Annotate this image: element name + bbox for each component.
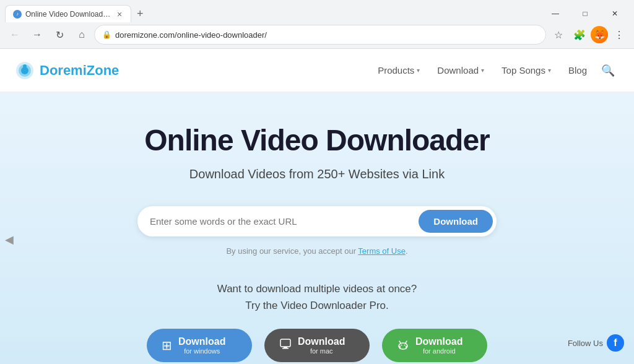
bookmark-button[interactable]: ☆ — [549, 25, 568, 45]
download-android-button[interactable]: Download for android — [382, 329, 487, 362]
logo-icon — [15, 61, 35, 80]
tab-favicon — [13, 10, 22, 19]
site-nav: DoremiZone Products ▾ Download ▾ Top Son… — [0, 49, 634, 92]
facebook-icon[interactable]: f — [607, 334, 624, 352]
minimize-button[interactable]: — — [541, 5, 570, 22]
tab-close-button[interactable]: × — [116, 9, 123, 20]
nav-download[interactable]: Download ▾ — [430, 60, 492, 80]
cta-text: Want to download multiple videos at once… — [12, 280, 622, 314]
windows-btn-text: Download for windows — [178, 336, 225, 355]
nav-links: Products ▾ Download ▾ Top Songs ▾ Blog 🔍 — [370, 59, 619, 82]
terms-text: By using our service, you accept our Ter… — [12, 246, 622, 256]
svg-point-3 — [23, 64, 27, 68]
svg-point-11 — [404, 344, 406, 345]
new-tab-button[interactable]: + — [131, 5, 149, 22]
url-search-input[interactable] — [150, 216, 419, 227]
hero-section: ◀ Online Video Downloader Download Video… — [0, 92, 634, 364]
url-download-button[interactable]: Download — [419, 210, 493, 233]
search-button[interactable]: 🔍 — [597, 59, 619, 82]
svg-rect-6 — [282, 348, 289, 349]
hero-subtitle: Download Videos from 250+ Websites via L… — [12, 167, 622, 181]
mac-icon — [279, 338, 292, 353]
home-button[interactable]: ⌂ — [72, 25, 92, 45]
download-mac-button[interactable]: Download for mac — [264, 329, 370, 362]
profile-button[interactable]: 🦊 — [591, 26, 608, 43]
reload-button[interactable]: ↻ — [50, 25, 69, 45]
download-windows-button[interactable]: ⊞ Download for windows — [147, 329, 252, 362]
lock-icon: 🔒 — [102, 30, 111, 39]
android-icon — [397, 338, 409, 353]
android-btn-text: Download for android — [415, 336, 462, 355]
follow-label: Follow Us — [568, 339, 603, 348]
title-bar: Online Video Downloader 🏆 Do... × + — □ … — [0, 0, 634, 22]
windows-icon: ⊞ — [162, 338, 172, 353]
side-arrow-icon[interactable]: ◀ — [5, 233, 14, 246]
nav-top-songs[interactable]: Top Songs ▾ — [494, 60, 558, 80]
logo-text: DoremiZone — [40, 63, 119, 79]
mac-btn-text: Download for mac — [298, 336, 345, 355]
nav-blog[interactable]: Blog — [561, 60, 594, 80]
maximize-button[interactable]: □ — [571, 5, 599, 22]
tab-title: Online Video Downloader 🏆 Do... — [25, 10, 112, 19]
nav-products[interactable]: Products ▾ — [370, 60, 427, 80]
chevron-down-icon: ▾ — [417, 67, 420, 74]
extensions-button[interactable]: 🧩 — [570, 25, 589, 45]
chevron-down-icon: ▾ — [481, 67, 484, 74]
svg-line-13 — [406, 341, 407, 343]
download-buttons: ⊞ Download for windows Download for mac — [12, 329, 622, 362]
logo[interactable]: DoremiZone — [15, 61, 119, 80]
svg-rect-5 — [284, 347, 287, 348]
browser-nav: ← → ↻ ⌂ 🔒 ☆ 🧩 🦊 ⋮ — [0, 22, 634, 48]
url-input[interactable] — [115, 30, 538, 40]
follow-us: Follow Us f — [568, 334, 624, 352]
window-controls: — □ ✕ — [541, 5, 629, 22]
website-content: DoremiZone Products ▾ Download ▾ Top Son… — [0, 49, 634, 364]
back-button[interactable]: ← — [5, 25, 25, 45]
menu-button[interactable]: ⋮ — [609, 25, 629, 45]
url-search-container: Download — [137, 206, 497, 236]
profile-avatar: 🦊 — [591, 26, 608, 43]
close-button[interactable]: ✕ — [601, 5, 629, 22]
svg-point-10 — [401, 344, 402, 345]
svg-rect-4 — [280, 339, 290, 347]
hero-title: Online Video Downloader — [12, 123, 622, 157]
forward-button[interactable]: → — [27, 25, 47, 45]
chevron-down-icon: ▾ — [548, 67, 551, 74]
terms-of-use-link[interactable]: Terms of Use — [358, 246, 406, 256]
browser-chrome: Online Video Downloader 🏆 Do... × + — □ … — [0, 0, 634, 49]
active-tab[interactable]: Online Video Downloader 🏆 Do... × — [5, 5, 131, 22]
address-bar[interactable]: 🔒 — [94, 25, 546, 45]
svg-line-12 — [399, 341, 401, 343]
nav-icons: ☆ 🧩 🦊 ⋮ — [549, 25, 629, 45]
